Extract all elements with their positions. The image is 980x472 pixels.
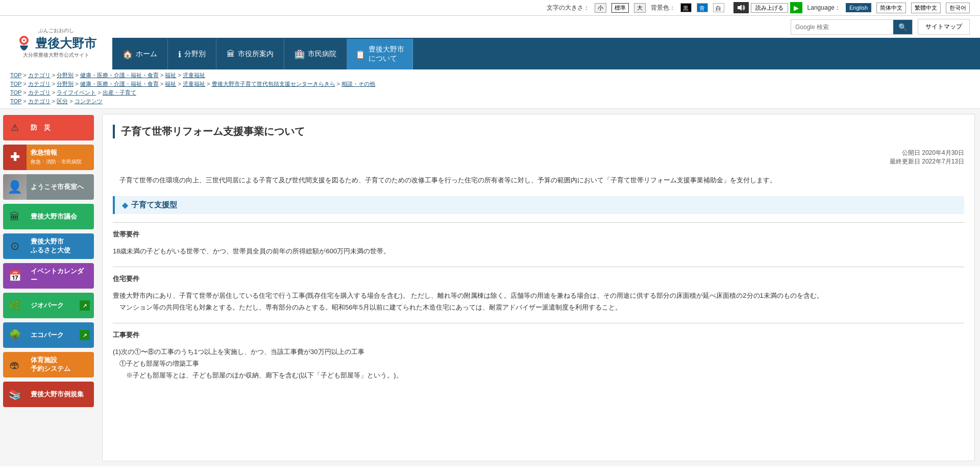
subsection-koji-title: 工事要件 bbox=[113, 331, 964, 342]
nav-home[interactable]: 🏠 ホーム bbox=[112, 39, 168, 69]
subsection-setai-body: 18歳未満の子どもがいる世帯で、かつ、世帯員全員の前年の所得総額が600万円未満… bbox=[113, 245, 964, 257]
home-icon: 🏠 bbox=[122, 50, 133, 59]
office-icon: 🏛 bbox=[227, 50, 235, 59]
sidebar-gikai-label: 豊後大野市議会 bbox=[27, 209, 94, 224]
svg-marker-0 bbox=[738, 5, 742, 11]
kyukyu-icon: ✚ bbox=[3, 145, 27, 170]
sidebar-item-geopark[interactable]: 🌿 ジオパーク ↗ bbox=[3, 293, 94, 318]
sidebar-furusato-label: 豊後大野市ふるさと大使 bbox=[27, 234, 94, 258]
sidebar-item-furusato[interactable]: ⊙ 豊後大野市ふるさと大使 bbox=[3, 233, 94, 259]
ecopark-badge: ↗ bbox=[80, 330, 90, 340]
nav-bunyan-label: 分野別 bbox=[184, 50, 206, 59]
bg-white-button[interactable]: 白 bbox=[713, 3, 724, 12]
search-input-wrap: 🔍 bbox=[791, 19, 913, 35]
reishu-icon: 📚 bbox=[3, 382, 27, 407]
geopark-badge: ↗ bbox=[80, 300, 90, 311]
breadcrumb-top-4[interactable]: TOP bbox=[10, 98, 21, 104]
bg-black-button[interactable]: 黒 bbox=[680, 3, 692, 12]
published-date: 公開日 2020年4月30日 bbox=[113, 149, 964, 157]
sidebar-kyukyu-label: 救急情報救急・消防・市民病院 bbox=[27, 146, 94, 169]
sidebar-ecopark-label: エコパーク ↗ bbox=[27, 327, 94, 343]
nav-hospital-label: 市民病院 bbox=[308, 50, 336, 59]
section1-title: 子育て支援型 bbox=[131, 200, 177, 210]
breadcrumb-area: TOP > カテゴリ > 分野別 > 健康・医療・介護・福祉・食育 > 福祉 >… bbox=[0, 69, 980, 109]
font-small-button[interactable]: 小 bbox=[595, 3, 606, 13]
mayor-icon: 👤 bbox=[3, 174, 27, 200]
main-nav: 🏠 ホーム ℹ 分野別 🏛 市役所案内 🏥 市民病院 📋 豊後大野市 bbox=[112, 39, 980, 69]
subsection-koji: 工事要件 (1)次の①〜⑧の工事のうち1つ以上を実施し、かつ、当該工事費が30万… bbox=[113, 323, 964, 389]
nav-about[interactable]: 📋 豊後大野市について bbox=[347, 39, 413, 69]
tts-play-button[interactable]: ▶ bbox=[790, 2, 802, 13]
sidebar-bousai-label: 防 災 bbox=[27, 121, 94, 135]
breadcrumb-4: TOP > カテゴリ > 区分 > コンテンツ bbox=[10, 98, 970, 105]
main-content: 子育て世帯リフォーム支援事業について 公開日 2020年4月30日 最終更新日 … bbox=[102, 114, 975, 461]
sidebar-item-kyukyu[interactable]: ✚ 救急情報救急・消防・市民病院 bbox=[3, 145, 94, 170]
lang-simplified-button[interactable]: 简体中文 bbox=[876, 3, 906, 13]
font-standard-button[interactable]: 標準 bbox=[611, 3, 629, 13]
subsection-koji-body: (1)次の①〜⑧の工事のうち1つ以上を実施し、かつ、当該工事費が30万円以上の工… bbox=[113, 346, 964, 382]
bousai-icon: ⚠ bbox=[3, 115, 27, 140]
about-icon: 📋 bbox=[355, 50, 365, 59]
subsection-setai: 世帯要件 18歳未満の子どもがいる世帯で、かつ、世帯員全員の前年の所得総額が60… bbox=[113, 222, 964, 264]
utility-bar: 文字の大きさ： 小 標準 大 背景色： 黒 青 白 読み上げる ▶ Langua… bbox=[0, 0, 980, 16]
sidebar-kyukyu-sub: 救急・消防・市民病院 bbox=[31, 159, 82, 164]
svg-point-3 bbox=[23, 39, 25, 41]
nav-office[interactable]: 🏛 市役所案内 bbox=[216, 39, 284, 69]
logo-name: 豊後大野市 bbox=[16, 35, 96, 52]
sidebar-taiiku-label: 体育施設予約システム bbox=[27, 353, 94, 376]
breadcrumb-top-1[interactable]: TOP bbox=[10, 72, 21, 78]
bg-blue-button[interactable]: 青 bbox=[697, 3, 708, 12]
sidebar-item-taiiku[interactable]: 🏟 体育施設予約システム bbox=[3, 352, 94, 377]
logo-area: ぶんごおおのし 豊後大野市 大分県豊後大野市公式サイト bbox=[0, 16, 112, 69]
language-label: Language： bbox=[807, 4, 841, 12]
sidebar-item-ecopark[interactable]: 🌳 エコパーク ↗ bbox=[3, 322, 94, 348]
breadcrumb-1: TOP > カテゴリ > 分野別 > 健康・医療・介護・福祉・食育 > 福祉 >… bbox=[10, 72, 970, 79]
header-wrapper: ぶんごおおのし 豊後大野市 大分県豊後大野市公式サイト 🔍 bbox=[0, 16, 980, 69]
geopark-icon: 🌿 bbox=[3, 293, 27, 318]
gikai-icon: 🏛 bbox=[3, 204, 27, 229]
article-intro: 子育て世帯の住環境の向上、三世代同居による子育て及び世代間支援を図るため、子育て… bbox=[113, 174, 964, 186]
sidebar-geopark-label: ジオパーク ↗ bbox=[27, 297, 94, 314]
ecopark-icon: 🌳 bbox=[3, 322, 27, 348]
sidebar-item-event[interactable]: 📅 イベントカレンダー bbox=[3, 263, 94, 289]
sidebar: ⚠ 防 災 ✚ 救急情報救急・消防・市民病院 👤 ようこそ市長室へ 🏛 豊後大野… bbox=[0, 109, 97, 466]
lang-traditional-button[interactable]: 繁體中文 bbox=[911, 3, 941, 13]
tts-read-button[interactable]: 読み上げる bbox=[751, 3, 788, 13]
sidebar-item-reishu[interactable]: 📚 豊後大野市例規集 bbox=[3, 382, 94, 407]
article-title: 子育て世帯リフォーム支援事業について bbox=[113, 125, 964, 138]
breadcrumb-top-3[interactable]: TOP bbox=[10, 89, 21, 96]
furusato-icon: ⊙ bbox=[3, 233, 27, 259]
search-row: 🔍 サイトマップ bbox=[112, 16, 980, 39]
content-layout: ⚠ 防 災 ✚ 救急情報救急・消防・市民病院 👤 ようこそ市長室へ 🏛 豊後大野… bbox=[0, 109, 980, 466]
search-input[interactable] bbox=[791, 21, 893, 33]
nav-hospital[interactable]: 🏥 市民病院 bbox=[284, 39, 347, 69]
font-large-button[interactable]: 大 bbox=[634, 3, 646, 13]
nav-bunyan[interactable]: ℹ 分野別 bbox=[168, 39, 216, 69]
sidebar-mayor-label: ようこそ市長室へ bbox=[27, 180, 94, 195]
subsection-jutaku: 住宅要件 豊後大野市内にあり、子育て世帯が居住している住宅で行う工事(既存住宅を… bbox=[113, 267, 964, 321]
event-icon: 📅 bbox=[3, 263, 27, 289]
nav-office-label: 市役所案内 bbox=[238, 50, 274, 59]
info-icon: ℹ bbox=[178, 50, 181, 59]
sidebar-reishu-label: 豊後大野市例規集 bbox=[27, 387, 94, 402]
lang-english-button[interactable]: English bbox=[846, 3, 871, 12]
hospital-icon: 🏥 bbox=[295, 50, 305, 59]
updated-date: 最終更新日 2022年7月13日 bbox=[113, 157, 964, 166]
site-logo-icon bbox=[16, 35, 32, 52]
lang-korean-button[interactable]: 한국어 bbox=[946, 3, 970, 13]
sidebar-event-label: イベントカレンダー bbox=[27, 264, 94, 288]
article-meta: 公開日 2020年4月30日 最終更新日 2022年7月13日 bbox=[113, 149, 964, 166]
volume-icon[interactable] bbox=[733, 2, 749, 13]
logo-subtitle: 大分県豊後大野市公式サイト bbox=[23, 52, 89, 59]
sitemap-button[interactable]: サイトマップ bbox=[918, 19, 970, 35]
sidebar-item-bousai[interactable]: ⚠ 防 災 bbox=[3, 115, 94, 140]
breadcrumb-3: TOP > カテゴリ > ライフイベント > 出産・子育て bbox=[10, 89, 970, 97]
breadcrumb-top-2[interactable]: TOP bbox=[10, 81, 21, 87]
taiiku-icon: 🏟 bbox=[3, 352, 27, 377]
subsection-jutaku-title: 住宅要件 bbox=[113, 274, 964, 286]
sidebar-item-gikai[interactable]: 🏛 豊後大野市議会 bbox=[3, 204, 94, 229]
sidebar-item-mayor[interactable]: 👤 ようこそ市長室へ bbox=[3, 174, 94, 200]
bg-color-label: 背景色： bbox=[651, 4, 675, 12]
subsection-setai-title: 世帯要件 bbox=[113, 230, 964, 241]
search-button[interactable]: 🔍 bbox=[893, 20, 912, 34]
